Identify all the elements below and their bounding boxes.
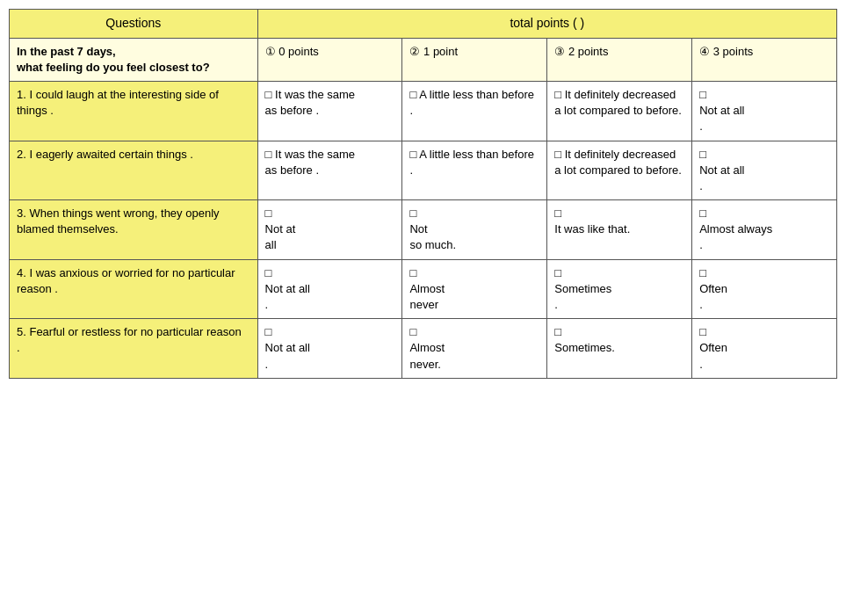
header-total-points: total points ( ) [257,10,836,39]
answer-3pt-1: □ Not at all . [692,81,837,141]
question-cell-5: 5. Fearful or restless for no particular… [10,319,258,379]
answer-3pt-4: □ Often . [692,259,837,319]
answer-0pt-3: □ Not at all [257,200,402,260]
table-body: 1. I could laugh at the interesting side… [10,81,837,378]
subheader-0pt: ① 0 points [257,38,402,81]
answer-0pt-4: □ Not at all . [257,259,402,319]
header-row: Questions total points ( ) [10,10,837,39]
subheader-line2: what feeling do you feel closest to? [17,61,210,74]
answer-1pt-3: □ Not so much. [402,200,547,260]
answer-2pt-4: □ Sometimes . [547,259,692,319]
answer-3pt-3: □ Almost always . [692,200,837,260]
answer-2pt-2: □ It definitely decreased a lot compared… [547,141,692,200]
table-row: 2. I eagerly awaited certain things .□ I… [10,141,837,200]
table-row: 5. Fearful or restless for no particular… [10,319,837,379]
subheader-2pt: ③ 2 points [547,38,692,81]
question-cell-4: 4. I was anxious or worried for no parti… [10,259,258,319]
subheader-3pt: ④ 3 points [692,38,837,81]
question-cell-3: 3. When things went wrong, they openly b… [10,200,258,260]
subheader-1pt: ② 1 point [402,38,547,81]
table-row: 4. I was anxious or worried for no parti… [10,259,837,319]
answer-3pt-2: □ Not at all . [692,141,837,200]
answer-3pt-5: □ Often . [692,319,837,379]
table-wrapper: Questions total points ( ) In the past 7… [9,9,837,379]
table-row: 1. I could laugh at the interesting side… [10,81,837,141]
questionnaire-table: Questions total points ( ) In the past 7… [9,9,837,379]
answer-0pt-1: □ It was the same as before . [257,81,402,141]
answer-2pt-1: □ It definitely decreased a lot compared… [547,81,692,141]
answer-0pt-5: □ Not at all . [257,319,402,379]
answer-1pt-4: □ Almost never [402,259,547,319]
table-row: 3. When things went wrong, they openly b… [10,200,837,260]
answer-2pt-3: □ It was like that. [547,200,692,260]
subheader-line1: In the past 7 days, [17,45,116,58]
answer-1pt-5: □ Almost never. [402,319,547,379]
question-cell-2: 2. I eagerly awaited certain things . [10,141,258,200]
answer-2pt-5: □ Sometimes. [547,319,692,379]
subheader-row: In the past 7 days, what feeling do you … [10,38,837,81]
answer-1pt-1: □ A little less than before . [402,81,547,141]
header-questions: Questions [10,10,258,39]
answer-1pt-2: □ A little less than before . [402,141,547,200]
question-cell-1: 1. I could laugh at the interesting side… [10,81,258,141]
subheader-question-col: In the past 7 days, what feeling do you … [10,38,258,81]
answer-0pt-2: □ It was the same as before . [257,141,402,200]
